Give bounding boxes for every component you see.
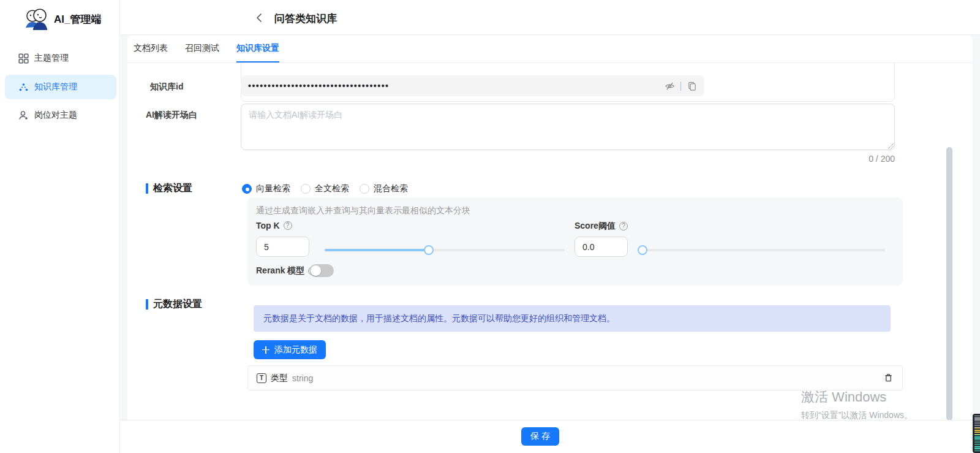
resize-handle-icon[interactable]: [888, 143, 894, 149]
tab-kb-settings[interactable]: 知识库设置: [236, 36, 279, 63]
toggle-knob: [311, 265, 321, 276]
retrieval-section-header: 检索设置: [146, 182, 192, 195]
sidebar-item-label: 主题管理: [34, 53, 69, 64]
rerank-label: Rerank 模型: [256, 265, 304, 276]
eye-invisible-icon[interactable]: [665, 81, 675, 91]
chevron-left-icon: [254, 12, 266, 24]
app-name: AI_管理端: [54, 12, 101, 26]
radio-icon: [242, 184, 252, 194]
dot-chart-icon: [18, 82, 29, 93]
metadata-section-header: 元数据设置: [146, 298, 202, 311]
slider-handle[interactable]: [424, 245, 434, 255]
metadata-section-title: 元数据设置: [153, 298, 202, 311]
score-threshold-input[interactable]: [575, 237, 628, 257]
meter-segment-yellow: [974, 428, 980, 435]
metadata-name: 类型: [271, 373, 288, 384]
user-icon: [18, 110, 29, 121]
slider-handle[interactable]: [638, 245, 647, 255]
meter-segment-teal: [974, 435, 980, 451]
retrieval-section-title: 检索设置: [153, 182, 192, 195]
page-title: 问答类知识库: [274, 12, 337, 26]
volume-meter-widget: [973, 414, 980, 453]
sidebar-item-knowledge-base-management[interactable]: 知识库管理: [5, 75, 116, 99]
text-type-icon: T: [257, 373, 266, 383]
sidebar-item-label: 知识库管理: [34, 82, 77, 93]
section-accent-bar: [146, 299, 148, 310]
divider: [680, 82, 681, 91]
footer-bar: [0, 420, 980, 453]
trash-icon[interactable]: [883, 373, 894, 383]
prologue-textarea[interactable]: [241, 104, 895, 150]
appstore-icon: [18, 53, 29, 64]
radio-vector-search[interactable]: 向量检索: [242, 183, 290, 194]
top-bar: 问答类知识库: [120, 0, 980, 35]
plus-icon: [262, 346, 270, 354]
prologue-textarea-wrap: [241, 104, 895, 150]
add-metadata-label: 添加元数据: [274, 345, 317, 356]
radio-icon: [360, 184, 369, 194]
tab-bar: 文档列表 召回测试 知识库设置: [127, 36, 973, 63]
rerank-label-row: Rerank 模型 ?: [256, 265, 317, 276]
char-counter: 0 / 200: [241, 154, 895, 164]
slider-fill: [325, 249, 429, 251]
top-k-input[interactable]: [256, 237, 309, 257]
kb-id-field[interactable]: ••••••••••••••••••••••••••••••••••••: [241, 75, 704, 96]
radio-fulltext-search[interactable]: 全文检索: [301, 183, 349, 194]
sidebar-item-post-to-theme[interactable]: 岗位对主题: [5, 104, 116, 127]
score-threshold-label-row: Score阈值 ?: [575, 221, 628, 232]
add-metadata-button[interactable]: 添加元数据: [254, 340, 326, 359]
tab-document-list[interactable]: 文档列表: [134, 36, 168, 63]
radio-hybrid-search[interactable]: 混合检索: [360, 183, 408, 194]
metadata-value: string: [292, 373, 883, 383]
section-accent-bar: [146, 183, 148, 194]
screen: 问答类知识库 AI_管理端: [0, 0, 980, 453]
metadata-info-banner: 元数据是关于文档的数据，用于描述文档的属性。元数据可以帮助您更好的组织和管理文档…: [254, 305, 891, 332]
sidebar: AI_管理端 主题管理 知识库管理: [0, 0, 120, 453]
top-k-slider[interactable]: [325, 245, 565, 255]
metadata-row[interactable]: T 类型 string: [247, 365, 903, 390]
retrieval-mode-radio-group: 向量检索 全文检索 混合检索: [242, 183, 408, 194]
save-button[interactable]: 保 存: [521, 427, 559, 446]
main-card: 文档列表 召回测试 知识库设置 知识库id ••••••••••••••••••…: [127, 36, 973, 420]
prologue-label: AI解读开场白: [146, 110, 197, 121]
score-threshold-label: Score阈值: [575, 221, 616, 232]
tab-recall-test[interactable]: 召回测试: [185, 36, 219, 63]
question-circle-icon[interactable]: ?: [619, 222, 628, 230]
slider-rail: [639, 249, 885, 251]
score-threshold-slider[interactable]: [639, 245, 885, 255]
top-k-label-row: Top K ?: [256, 221, 292, 230]
panel-description: 通过生成查询嵌入并查询与其向量表示最相似的文本分块: [256, 205, 470, 216]
kb-id-actions: [665, 81, 697, 91]
radio-icon: [301, 184, 311, 194]
settings-form: 知识库id ••••••••••••••••••••••••••••••••••…: [127, 63, 973, 420]
rerank-toggle[interactable]: [309, 264, 334, 277]
brand: AI_管理端: [23, 6, 101, 32]
scrollbar-thumb[interactable]: [946, 147, 952, 421]
kb-id-masked-value: ••••••••••••••••••••••••••••••••••••: [248, 75, 665, 96]
top-k-label: Top K: [256, 221, 280, 230]
copy-icon[interactable]: [687, 81, 697, 91]
back-button[interactable]: [254, 12, 266, 24]
sidebar-item-label: 岗位对主题: [34, 110, 77, 121]
kb-id-label: 知识库id: [150, 82, 183, 93]
vector-search-panel: 通过生成查询嵌入并查询与其向量表示最相似的文本分块 Top K ? Score阈…: [247, 197, 903, 286]
app-logo-avatar: [23, 7, 50, 31]
sidebar-item-theme-management[interactable]: 主题管理: [5, 47, 116, 70]
question-circle-icon[interactable]: ?: [284, 221, 292, 230]
meter-segment-gray: [974, 416, 980, 428]
